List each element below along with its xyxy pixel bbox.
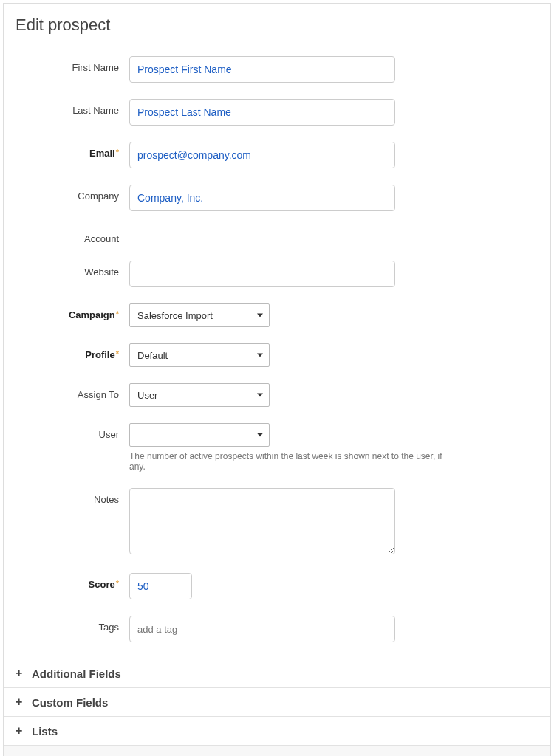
accordion-label: Additional Fields	[32, 667, 121, 680]
label-score: Score	[18, 573, 129, 590]
assign-to-select[interactable]: User	[129, 383, 270, 407]
accordion-custom-fields[interactable]: + Custom Fields	[4, 687, 550, 716]
campaign-select[interactable]: Salesforce Import	[129, 303, 270, 327]
label-website: Website	[18, 261, 129, 278]
label-tags: Tags	[18, 616, 129, 633]
label-email: Email	[18, 142, 129, 159]
profile-select-value: Default	[137, 350, 168, 361]
accordion-lists[interactable]: + Lists	[4, 716, 550, 746]
label-campaign: Campaign	[18, 303, 129, 320]
first-name-input[interactable]	[129, 56, 395, 83]
chevron-down-icon	[257, 394, 263, 397]
notes-textarea[interactable]	[129, 488, 395, 554]
chevron-down-icon	[257, 433, 263, 437]
label-first-name: First Name	[18, 56, 129, 73]
website-input[interactable]	[129, 261, 395, 287]
label-notes: Notes	[18, 488, 129, 505]
accordion-label: Custom Fields	[32, 696, 108, 709]
last-name-input[interactable]	[129, 99, 395, 126]
user-help-text: The number of active prospects within th…	[129, 451, 454, 472]
page-title: Edit prospect	[4, 16, 550, 41]
plus-icon: +	[16, 695, 26, 709]
label-last-name: Last Name	[18, 99, 129, 116]
chevron-down-icon	[257, 354, 263, 357]
accordion-additional-fields[interactable]: + Additional Fields	[4, 659, 550, 687]
chevron-down-icon	[257, 314, 263, 317]
label-profile: Profile	[18, 343, 129, 360]
email-input[interactable]	[129, 142, 395, 168]
user-select[interactable]	[129, 423, 270, 447]
accordion-label: Lists	[32, 725, 58, 738]
edit-prospect-panel: Edit prospect First Name Last Name Email…	[3, 3, 551, 756]
campaign-select-value: Salesforce Import	[137, 310, 213, 321]
label-account: Account	[18, 227, 129, 244]
score-input[interactable]	[129, 573, 192, 599]
company-input[interactable]	[129, 185, 395, 211]
prospect-form: First Name Last Name Email Company Accou	[4, 41, 550, 659]
profile-select[interactable]: Default	[129, 343, 270, 367]
label-user: User	[18, 423, 129, 440]
form-footer: Save prospect Cancel	[4, 746, 550, 756]
label-company: Company	[18, 185, 129, 202]
plus-icon: +	[16, 667, 26, 680]
tags-placeholder: add a tag	[137, 624, 177, 635]
plus-icon: +	[16, 724, 26, 738]
label-assign-to: Assign To	[18, 383, 129, 400]
tags-input[interactable]: add a tag	[129, 616, 395, 642]
assign-to-select-value: User	[137, 390, 157, 401]
